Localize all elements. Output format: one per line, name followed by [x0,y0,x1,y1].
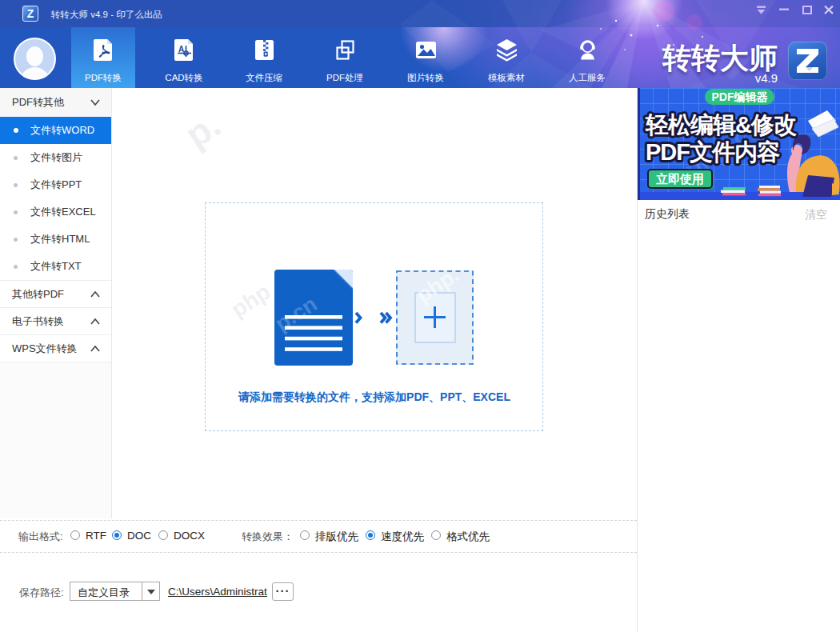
svg-text:轻松编辑&修改: 轻松编辑&修改 [645,112,797,138]
svg-text:PDF文件内容: PDF文件内容 [646,139,780,165]
svg-text:A: A [178,45,184,54]
svg-text:立即使用: 立即使用 [655,172,704,186]
svg-text:PDF编辑器: PDF编辑器 [712,90,769,103]
